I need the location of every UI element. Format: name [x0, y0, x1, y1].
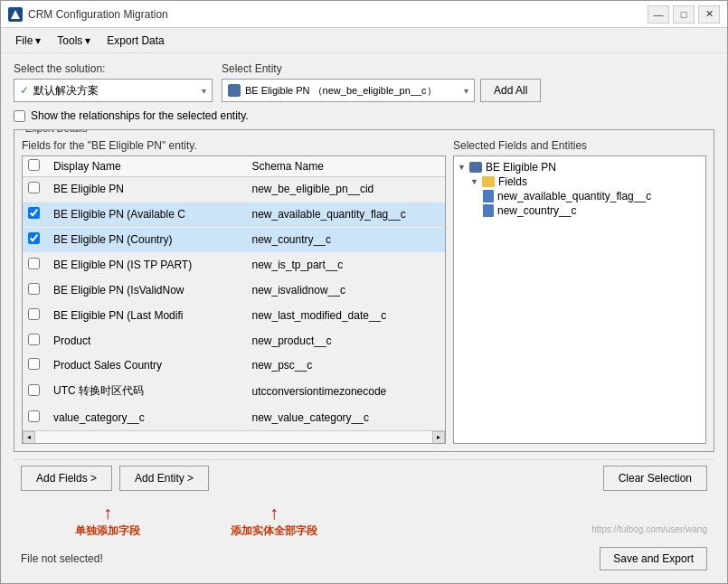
row-checkbox[interactable]	[28, 410, 40, 422]
menu-export-data[interactable]: Export Data	[99, 32, 171, 50]
table-row[interactable]: UTC 转换时区代码 utcconversiontimezonecode	[23, 378, 445, 404]
add-entity-annotation-text: 添加实体全部字段	[231, 523, 317, 539]
row-checkbox-cell[interactable]	[23, 177, 48, 203]
row-display-name: BE Eligible PN (Available C	[48, 202, 247, 227]
entity-dropdown[interactable]: BE Eligible PN （new_be_eligible_pn__c） ▾	[222, 79, 475, 102]
add-entity-arrow-icon: ↑	[269, 504, 279, 522]
selectors-row: Select the solution: ✓ 默认解决方案 ▾ Select E…	[14, 62, 714, 102]
minimize-button[interactable]: —	[648, 5, 669, 24]
row-display-name: BE Eligible PN (IS TP PART)	[48, 252, 247, 278]
row-checkbox-cell[interactable]	[23, 328, 48, 353]
solution-value: 默认解决方案	[33, 83, 99, 99]
row-checkbox[interactable]	[28, 308, 40, 320]
row-display-name: Product	[48, 328, 247, 353]
table-row[interactable]: BE Eligible PN (Available C new_availabl…	[23, 202, 445, 227]
row-checkbox[interactable]	[28, 207, 40, 219]
row-checkbox-cell[interactable]	[23, 378, 48, 404]
row-checkbox[interactable]	[28, 258, 40, 269]
add-entity-annotation: ↑ 添加实体全部字段	[231, 504, 317, 539]
scroll-right-button[interactable]: ▸	[432, 431, 445, 444]
row-checkbox[interactable]	[28, 384, 40, 396]
table-row[interactable]: value_category__c new_value_category__c	[23, 405, 445, 430]
folder-expand-arrow: ▼	[470, 177, 478, 186]
solution-dropdown[interactable]: ✓ 默认解决方案 ▾	[14, 79, 213, 102]
menu-bar: File ▾ Tools ▾ Export Data	[1, 28, 727, 53]
row-schema-name: new_psc__c	[247, 353, 446, 379]
row-schema-name: new_is_tp_part__c	[247, 252, 446, 278]
entity-tree-icon	[469, 162, 482, 173]
selected-panel-title: Selected Fields and Entities	[453, 139, 706, 152]
table-row[interactable]: BE Eligible PN (IsValidNow new_isvalidno…	[23, 278, 445, 303]
show-relationships-checkbox[interactable]	[14, 110, 25, 122]
solution-label: Select the solution:	[14, 62, 213, 75]
selected-tree: ▼ BE Eligible PN ▼ Fields new_available_…	[453, 155, 706, 444]
selected-panel: Selected Fields and Entities ▼ BE Eligib…	[453, 139, 706, 444]
row-checkbox[interactable]	[28, 182, 40, 193]
entity-icon	[228, 84, 241, 97]
fields-table: Display Name Schema Name BE Eligible PN …	[23, 156, 445, 430]
title-bar: CRM Configuration Migration — □ ✕	[1, 1, 727, 28]
row-display-name: BE Eligible PN	[48, 177, 247, 203]
fields-panel: Fields for the "BE Eligible PN" entity. …	[22, 139, 446, 444]
close-button[interactable]: ✕	[698, 5, 720, 24]
row-checkbox[interactable]	[28, 334, 40, 345]
add-fields-annotation: ↑ 单独添加字段	[75, 504, 140, 539]
tree-root-label: BE Eligible PN	[486, 161, 556, 174]
export-details-panel: Export Details Fields for the "BE Eligib…	[14, 129, 714, 452]
row-schema-name: new_be_eligible_pn__cid	[247, 177, 446, 203]
menu-file[interactable]: File ▾	[8, 32, 48, 50]
table-row[interactable]: Product Sales Country new_psc__c	[23, 353, 445, 379]
header-checkbox-col	[23, 156, 48, 177]
title-bar-controls: — □ ✕	[648, 5, 720, 24]
export-details-inner: Fields for the "BE Eligible PN" entity. …	[14, 130, 714, 451]
row-schema-name: new_value_category__c	[247, 405, 446, 430]
maximize-button[interactable]: □	[673, 5, 695, 24]
row-display-name: BE Eligible PN (Last Modifi	[48, 303, 247, 328]
table-row[interactable]: BE Eligible PN (Last Modifi new_last_mod…	[23, 303, 445, 328]
export-details-legend: Export Details	[22, 129, 90, 134]
clear-selection-button[interactable]: Clear Selection	[603, 466, 707, 491]
row-checkbox-cell[interactable]	[23, 227, 48, 252]
table-row[interactable]: BE Eligible PN (Country) new_country__c	[23, 227, 445, 252]
row-checkbox-cell[interactable]	[23, 353, 48, 379]
svg-marker-0	[11, 10, 20, 19]
row-checkbox-cell[interactable]	[23, 202, 48, 227]
tree-item-1-label: new_available_quantity_flag__c	[497, 190, 651, 203]
solution-section: Select the solution: ✓ 默认解决方案 ▾	[14, 62, 213, 102]
scroll-left-button[interactable]: ◂	[23, 431, 35, 444]
row-checkbox[interactable]	[28, 232, 40, 244]
tree-item-2-label: new_country__c	[497, 204, 576, 217]
header-display-name: Display Name	[48, 156, 247, 177]
add-all-button[interactable]: Add All	[480, 79, 541, 102]
select-all-checkbox[interactable]	[28, 159, 40, 171]
row-checkbox-cell[interactable]	[23, 252, 48, 278]
menu-tools[interactable]: Tools ▾	[50, 32, 98, 50]
check-icon: ✓	[20, 84, 29, 97]
row-display-name: value_category__c	[48, 405, 247, 430]
status-row: File not selected! Save and Export	[14, 543, 714, 574]
status-text: File not selected!	[21, 552, 103, 565]
row-display-name: Product Sales Country	[48, 353, 247, 379]
table-row[interactable]: BE Eligible PN new_be_eligible_pn__cid	[23, 177, 445, 203]
row-checkbox-cell[interactable]	[23, 405, 48, 430]
table-row[interactable]: Product new_product__c	[23, 328, 445, 353]
row-checkbox-cell[interactable]	[23, 303, 48, 328]
entity-value: BE Eligible PN （new_be_eligible_pn__c）	[245, 84, 437, 98]
main-window: CRM Configuration Migration — □ ✕ File ▾…	[0, 0, 728, 584]
table-row[interactable]: BE Eligible PN (IS TP PART) new_is_tp_pa…	[23, 252, 445, 278]
row-schema-name: new_product__c	[247, 328, 446, 353]
title-bar-left: CRM Configuration Migration	[8, 7, 168, 22]
show-relationships-row: Show the relationships for the selected …	[14, 109, 714, 122]
horizontal-scrollbar[interactable]: ◂ ▸	[23, 430, 445, 443]
watermark: https://tulbog.com/user/wang	[591, 524, 707, 534]
fields-panel-title: Fields for the "BE Eligible PN" entity.	[22, 139, 446, 152]
row-checkbox[interactable]	[28, 358, 40, 370]
bottom-left-buttons: Add Fields > Add Entity >	[21, 466, 209, 491]
add-entity-button[interactable]: Add Entity >	[119, 466, 209, 491]
row-checkbox-cell[interactable]	[23, 278, 48, 303]
row-schema-name: new_isvalidnow__c	[247, 278, 446, 303]
row-schema-name: new_available_quantity_flag__c	[247, 202, 446, 227]
add-fields-button[interactable]: Add Fields >	[21, 466, 112, 491]
row-checkbox[interactable]	[28, 283, 40, 295]
save-export-button[interactable]: Save and Export	[600, 547, 707, 570]
